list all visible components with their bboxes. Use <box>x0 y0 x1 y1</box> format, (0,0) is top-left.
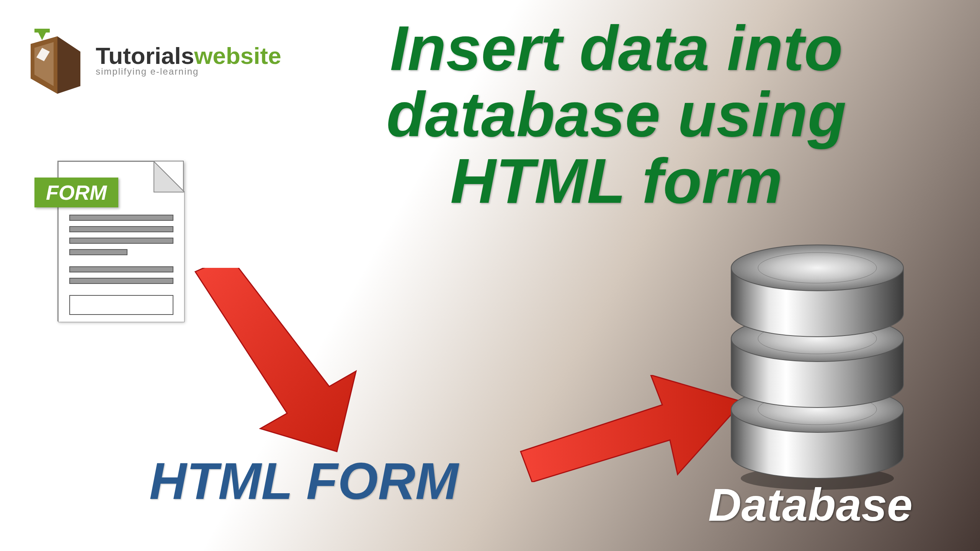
main-title: Insert data into database using HTML for… <box>291 15 942 214</box>
svg-rect-0 <box>34 29 50 33</box>
logo-title-prefix: Tutorials <box>96 42 194 69</box>
database-label: Database <box>708 478 913 531</box>
svg-rect-8 <box>70 278 173 284</box>
html-form-label: HTML FORM <box>149 452 458 511</box>
svg-rect-5 <box>70 238 173 243</box>
arrow-form-to-html <box>184 268 375 461</box>
svg-point-17 <box>731 245 903 291</box>
svg-marker-10 <box>195 268 356 452</box>
form-document-icon: FORM <box>57 161 184 321</box>
svg-rect-6 <box>70 249 127 255</box>
logo-title: Tutorialswebsite <box>96 42 281 69</box>
logo-title-suffix: website <box>194 42 281 69</box>
svg-marker-11 <box>521 375 743 482</box>
svg-marker-2 <box>154 161 185 192</box>
logo-subtitle: simplifying e-learning <box>96 66 281 77</box>
svg-rect-4 <box>70 227 173 232</box>
arrow-html-to-db <box>517 375 746 484</box>
main-title-text: Insert data into database using HTML for… <box>291 15 942 214</box>
logo: Tutorialswebsite simplifying e-learning <box>23 25 281 94</box>
logo-book-icon <box>23 25 92 94</box>
svg-rect-7 <box>70 267 173 272</box>
logo-text-block: Tutorialswebsite simplifying e-learning <box>96 42 281 77</box>
svg-rect-3 <box>70 215 173 220</box>
form-label: FORM <box>34 178 118 207</box>
database-cylinder-icon <box>727 241 907 471</box>
